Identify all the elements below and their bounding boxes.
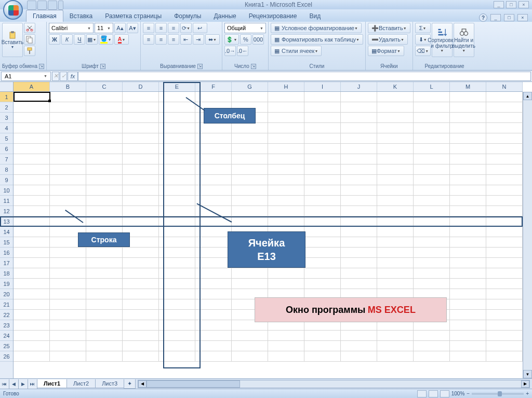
cell-D4[interactable]	[123, 123, 159, 133]
row-header-8[interactable]: 8	[0, 164, 13, 175]
sheet-nav-next[interactable]: ▶	[19, 379, 28, 389]
cell-H1[interactable]	[268, 92, 304, 102]
format-as-table-button[interactable]: ▦Форматировать как таблицу ▼	[271, 34, 363, 45]
minimize-button[interactable]: _	[494, 1, 504, 8]
cell-C17[interactable]	[86, 258, 123, 268]
cell-A24[interactable]	[14, 331, 50, 341]
cell-I4[interactable]	[304, 123, 341, 133]
cell-M14[interactable]	[450, 227, 486, 237]
underline-button[interactable]: Ч	[74, 34, 85, 45]
view-normal-button[interactable]	[417, 390, 427, 397]
cell-F21[interactable]	[195, 299, 232, 310]
cell-C6[interactable]	[86, 144, 123, 154]
cell-A4[interactable]	[14, 123, 50, 133]
sort-filter-button[interactable]: Сортировка и фильтр▼	[432, 23, 453, 57]
cell-B3[interactable]	[50, 113, 86, 123]
enter-icon[interactable]: ✓	[60, 72, 67, 81]
cell-B22[interactable]	[50, 310, 86, 320]
find-select-button[interactable]: Найти и выделить▼	[454, 23, 474, 57]
wrap-text-button[interactable]: ↩	[193, 23, 207, 33]
cell-M1[interactable]	[450, 92, 486, 102]
cell-N6[interactable]	[486, 144, 523, 154]
inner-minimize-button[interactable]: _	[490, 14, 501, 21]
column-header-I[interactable]: I	[304, 82, 341, 91]
cell-J16[interactable]	[341, 248, 377, 258]
cell-H11[interactable]	[268, 196, 304, 206]
cell-F14[interactable]	[195, 227, 232, 237]
cell-E2[interactable]	[159, 102, 195, 113]
cell-F13[interactable]	[195, 216, 232, 227]
cell-D26[interactable]	[123, 351, 159, 362]
cell-N11[interactable]	[486, 196, 523, 206]
cell-D5[interactable]	[123, 133, 159, 144]
cell-C3[interactable]	[86, 113, 123, 123]
cell-C23[interactable]	[86, 320, 123, 331]
cell-K1[interactable]	[377, 92, 414, 102]
cell-A2[interactable]	[14, 102, 50, 113]
cell-F26[interactable]	[195, 351, 232, 362]
row-header-4[interactable]: 4	[0, 123, 13, 133]
cell-F22[interactable]	[195, 310, 232, 320]
vertical-scrollbar[interactable]: ▲ ▼	[523, 92, 532, 378]
column-header-G[interactable]: G	[232, 82, 268, 91]
cell-A9[interactable]	[14, 175, 50, 185]
cell-N21[interactable]	[486, 299, 523, 310]
cell-H3[interactable]	[268, 113, 304, 123]
cell-H9[interactable]	[268, 175, 304, 185]
cell-D10[interactable]	[123, 185, 159, 196]
cell-B8[interactable]	[50, 164, 86, 175]
tab-home[interactable]: Главная	[26, 10, 63, 22]
cell-K25[interactable]	[377, 341, 414, 351]
cell-A21[interactable]	[14, 299, 50, 310]
cell-I1[interactable]	[304, 92, 341, 102]
cell-B18[interactable]	[50, 268, 86, 279]
qat-undo-icon[interactable]	[37, 1, 47, 10]
cell-L14[interactable]	[414, 227, 450, 237]
cell-J1[interactable]	[341, 92, 377, 102]
cell-H12[interactable]	[268, 206, 304, 216]
cell-D12[interactable]	[123, 206, 159, 216]
cell-B21[interactable]	[50, 299, 86, 310]
cell-H5[interactable]	[268, 133, 304, 144]
row-header-24[interactable]: 24	[0, 331, 13, 341]
row-header-16[interactable]: 16	[0, 248, 13, 258]
cell-F12[interactable]	[195, 206, 232, 216]
cell-F25[interactable]	[195, 341, 232, 351]
column-header-H[interactable]: H	[268, 82, 304, 91]
cell-J9[interactable]	[341, 175, 377, 185]
cell-G1[interactable]	[232, 92, 268, 102]
cell-M26[interactable]	[450, 351, 486, 362]
cell-B4[interactable]	[50, 123, 86, 133]
cell-H10[interactable]	[268, 185, 304, 196]
row-header-15[interactable]: 15	[0, 237, 13, 248]
cell-E21[interactable]	[159, 299, 195, 310]
align-top-button[interactable]: ≡	[143, 23, 154, 33]
cell-D11[interactable]	[123, 196, 159, 206]
cell-G13[interactable]	[232, 216, 268, 227]
cell-J12[interactable]	[341, 206, 377, 216]
font-size-combo[interactable]: 11▼	[95, 23, 113, 33]
cell-G7[interactable]	[232, 154, 268, 164]
cell-N22[interactable]	[486, 310, 523, 320]
cell-M2[interactable]	[450, 102, 486, 113]
cell-K24[interactable]	[377, 331, 414, 341]
cell-J3[interactable]	[341, 113, 377, 123]
tab-formulas[interactable]: Формулы	[168, 10, 207, 22]
conditional-formatting-button[interactable]: ▦Условное форматирование ▼	[271, 23, 362, 33]
cell-A20[interactable]	[14, 289, 50, 299]
column-header-J[interactable]: J	[341, 82, 377, 91]
row-header-12[interactable]: 12	[0, 206, 13, 216]
cell-G8[interactable]	[232, 164, 268, 175]
cell-M19[interactable]	[450, 279, 486, 289]
cell-C19[interactable]	[86, 279, 123, 289]
cell-F19[interactable]	[195, 279, 232, 289]
format-painter-button[interactable]	[24, 46, 35, 56]
cell-B23[interactable]	[50, 320, 86, 331]
cell-I6[interactable]	[304, 144, 341, 154]
cell-N8[interactable]	[486, 164, 523, 175]
cell-K14[interactable]	[377, 227, 414, 237]
row-header-5[interactable]: 5	[0, 133, 13, 144]
cell-N24[interactable]	[486, 331, 523, 341]
cell-A10[interactable]	[14, 185, 50, 196]
cell-A8[interactable]	[14, 164, 50, 175]
